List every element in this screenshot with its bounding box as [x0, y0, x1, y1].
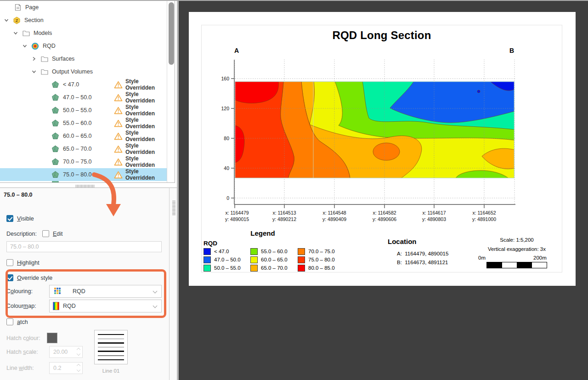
scale-text: Scale: 1:5,200 [466, 237, 567, 243]
legend-swatch [298, 265, 305, 272]
warning-icon [114, 107, 123, 114]
plot-title: RQD Long Section [202, 29, 562, 42]
tree-scrollbar-thumb[interactable] [169, 2, 174, 65]
tree-row-rqd[interactable]: RQD [0, 40, 167, 52]
legend-item: 80.0 – 85.0 [298, 264, 335, 272]
visible-label: Visible [17, 216, 34, 222]
legend-swatch [250, 256, 258, 263]
tree-row-volume[interactable]: 60.0 – 65.0 Style Overridden [0, 130, 167, 142]
splitter-handle-icon [174, 201, 175, 216]
override-style-checkbox[interactable] [6, 274, 13, 281]
highlight-checkbox[interactable] [6, 259, 13, 266]
chevron-down-icon[interactable] [22, 43, 28, 49]
project-tree: Page Z Section [0, 1, 175, 183]
legend-item: 65.0 – 70.0 [250, 264, 288, 272]
tree-row-volume[interactable]: < 47.0 Style Overridden [0, 78, 167, 91]
style-overridden-status: Style Overridden [125, 117, 167, 130]
colouring-dropdown[interactable]: RQD [49, 285, 162, 298]
hatch-row: atch [6, 318, 28, 325]
chevron-down-icon [153, 289, 158, 294]
colourmap-dropdown[interactable]: RQD [49, 300, 162, 312]
marker-a: A [234, 47, 239, 54]
hatch-pattern-preview[interactable] [94, 330, 128, 364]
svg-text:x: 1164548: x: 1164548 [322, 210, 346, 216]
tree-row-partial [0, 181, 167, 183]
line-width-spinner[interactable]: 0.2 [49, 362, 83, 374]
tree-row-surfaces[interactable]: Surfaces [0, 52, 167, 65]
warning-icon [114, 145, 123, 153]
warning-icon [114, 171, 123, 179]
visible-row: Visible [6, 215, 34, 222]
description-row: Description: Edit [6, 230, 63, 237]
legend-swatch [298, 248, 305, 255]
warning-icon [114, 94, 123, 102]
tree-row-models[interactable]: Models [0, 27, 167, 40]
panel-splitter-horizontal[interactable] [0, 183, 175, 187]
tree-row-volume[interactable]: 65.0 – 70.0 Style Overridden [0, 142, 167, 155]
svg-text:80: 80 [224, 136, 229, 141]
hatch-scale-label: Hatch scale: [6, 349, 38, 355]
marker-b: B [509, 47, 514, 54]
tree-row-output-volumes[interactable]: Output Volumes [0, 65, 167, 78]
folder-icon [22, 29, 30, 37]
edit-label: Edit [53, 231, 63, 237]
volume-icon [51, 171, 59, 179]
tree-row-volume[interactable]: 55.0 – 60.0 Style Overridden [0, 117, 167, 130]
section-icon: Z [13, 17, 21, 24]
hatch-colour-swatch[interactable] [47, 333, 57, 343]
legend-item: 47.0 – 50.0 [204, 256, 241, 263]
svg-text:x: 1164652: x: 1164652 [472, 210, 496, 216]
tree-row-volume[interactable]: 47.0 – 50.0 Style Overridden [0, 91, 167, 104]
svg-text:x: 1164513: x: 1164513 [272, 210, 296, 216]
tree-label: 75.0 – 80.0 [63, 171, 92, 178]
legend-heading: Legend [244, 229, 282, 237]
hatch-scale-spinner[interactable]: 20.00 [49, 346, 83, 358]
location-heading: Location [388, 238, 417, 245]
tree-row-section[interactable]: Z Section [0, 14, 167, 27]
legend-item: 70.0 – 75.0 [298, 248, 335, 255]
tree-row-volume[interactable]: 50.0 – 55.0 Style Overridden [0, 104, 167, 117]
legend-swatch [250, 265, 258, 272]
hatch-label: atch [17, 319, 28, 325]
visible-checkbox[interactable] [6, 215, 13, 222]
tree-label: Models [34, 30, 52, 36]
tree-row-volume-selected[interactable]: 75.0 – 80.0 Style Overridden [0, 168, 167, 181]
chevron-down-icon[interactable] [4, 17, 9, 23]
chevron-right-icon[interactable] [31, 56, 37, 62]
tree-row-page[interactable]: Page [0, 1, 167, 14]
tree-label: < 47.0 [63, 81, 79, 88]
colouring-label: Colouring: [6, 288, 33, 295]
vertical-exaggeration-text: Vertical exaggeration: 3x [466, 246, 567, 252]
volume-icon [51, 119, 59, 127]
spinner-arrows-icon[interactable] [77, 348, 80, 355]
description-input[interactable] [6, 241, 162, 252]
svg-text:y: 4890606: y: 4890606 [373, 216, 396, 222]
y-axis-labels: 160 120 80 40 0 [221, 76, 229, 201]
volume-icon [51, 107, 59, 114]
legend-swatch [298, 256, 305, 263]
folder-icon [40, 68, 48, 76]
highlight-label: Highlight [17, 260, 40, 266]
legend-swatch [204, 256, 211, 263]
style-overridden-status: Style Overridden [125, 78, 167, 91]
hatch-checkbox[interactable] [6, 318, 13, 325]
spinner-arrows-icon[interactable] [77, 364, 80, 371]
legend-item: 55.0 – 60.0 [250, 248, 288, 255]
warning-icon [114, 81, 123, 89]
layout-viewer: RQD Long Section A B [177, 1, 588, 380]
svg-text:y: 4890015: y: 4890015 [225, 216, 249, 222]
legend-item: < 47.0 [204, 248, 229, 255]
folder-icon [40, 55, 48, 63]
chevron-down-icon[interactable] [13, 30, 18, 36]
hatch-pattern-name: Line 01 [94, 368, 128, 374]
svg-text:0: 0 [226, 195, 229, 201]
hatch-colour-label: Hatch colour: [6, 335, 40, 341]
style-overridden-status: Style Overridden [125, 91, 167, 104]
legend-swatch [204, 265, 211, 272]
panel-splitter-vertical[interactable] [170, 187, 177, 380]
tree-scrollbar[interactable] [167, 1, 175, 182]
tree-row-volume[interactable]: 70.0 – 75.0 Style Overridden [0, 155, 167, 168]
chevron-down-icon[interactable] [31, 69, 37, 74]
long-section-chart: A B [211, 44, 551, 227]
edit-description-checkbox[interactable] [42, 230, 49, 237]
